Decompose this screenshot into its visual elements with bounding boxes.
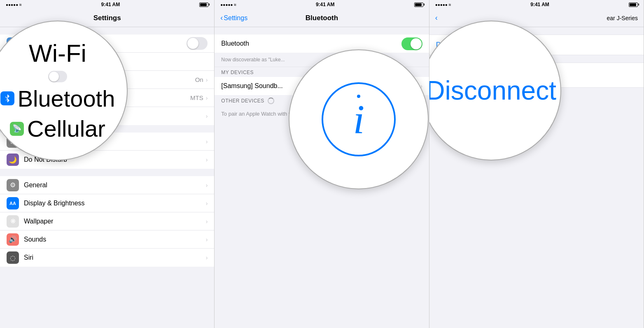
disconnect-big-text: Disconnect — [429, 76, 556, 105]
back-chevron-icon: ‹ — [220, 14, 223, 22]
disconnect-magnified: Disconnect — [429, 69, 561, 112]
bt-toggle-label: Bluetooth — [221, 40, 401, 47]
dnd-icon: 🌙 — [7, 154, 19, 166]
bt-toggle[interactable] — [401, 37, 422, 50]
info-dot — [357, 95, 360, 98]
back-button-2[interactable]: ‹ Settings — [220, 14, 247, 22]
bluetooth-value: On — [195, 76, 203, 83]
wallpaper-label: Wallpaper — [24, 218, 206, 225]
magnifier-2 — [289, 49, 429, 189]
wifi-toggle[interactable] — [187, 37, 208, 50]
info-circle — [322, 82, 396, 156]
sounds-chevron: › — [206, 236, 208, 243]
wallpaper-icon: ❋ — [7, 215, 19, 228]
status-bar-3: ●●●●● ≈ 9:41 AM — [429, 0, 644, 9]
status-bar-1: ●●●●● ≈ 9:41 AM — [0, 0, 214, 9]
sounds-icon: 🔊 — [7, 233, 19, 246]
display-chevron: › — [206, 200, 208, 207]
general-cell[interactable]: ⚙ General › — [0, 176, 214, 194]
cc-chevron: › — [206, 138, 208, 145]
general-label: General — [24, 181, 206, 189]
back-button-3[interactable]: ‹ — [435, 14, 438, 22]
siri-label: Siri — [24, 254, 206, 261]
general-chevron: › — [206, 182, 208, 188]
time-display-3: 9:41 AM — [530, 2, 549, 7]
display-icon: AA — [7, 197, 19, 209]
bt-toggle-group: Bluetooth — [215, 35, 429, 53]
dnd-chevron: › — [206, 156, 208, 163]
settings-group: ⚙ General › AA Display & Brightness › ❋ … — [0, 176, 214, 267]
back-label-2: Settings — [224, 14, 247, 22]
bt-discoverable-text: Now discoverable as "Luke... — [221, 57, 285, 63]
wallpaper-cell[interactable]: ❋ Wallpaper › — [0, 212, 214, 230]
nav-title-1: Settings — [93, 14, 121, 22]
nav-bar-3: ‹ ear J-Series — [429, 9, 644, 27]
other-devices-label: OTHER DEVICES — [221, 98, 264, 104]
sounds-cell[interactable]: 🔊 Sounds › — [0, 230, 214, 249]
siri-cell[interactable]: ◌ Siri › — [0, 249, 214, 267]
signal-icon-3: ●●●●● ≈ — [435, 2, 451, 7]
sounds-label: Sounds — [24, 236, 206, 243]
status-bar-2: ●●●●● ≈ 9:41 AM — [215, 0, 429, 9]
bt-toggle-cell[interactable]: Bluetooth — [215, 35, 429, 53]
bluetooth-panel: ●●●●● ≈ 9:41 AM ‹ Settings Bluetooth Blu… — [215, 0, 429, 328]
cellular-chevron: › — [206, 95, 208, 101]
gap-3 — [0, 169, 214, 176]
hotspot-chevron: › — [206, 113, 208, 119]
signal-icon-2: ●●●●● ≈ — [220, 2, 236, 7]
device-name-partial: ear J-Series — [607, 15, 638, 21]
display-cell[interactable]: AA Display & Brightness › — [0, 194, 214, 212]
wallpaper-chevron: › — [206, 218, 208, 225]
nav-bar-1: Settings — [0, 9, 214, 27]
time-display-1: 9:41 AM — [101, 2, 120, 7]
bt-spinner — [268, 98, 274, 104]
nav-title-2: Bluetooth — [306, 14, 338, 22]
nav-bar-2: ‹ Settings Bluetooth — [215, 9, 429, 27]
time-display-2: 9:41 AM — [316, 2, 335, 7]
cellular-value: MTS — [190, 94, 203, 101]
battery-indicator-2 — [414, 2, 423, 7]
siri-icon: ◌ — [7, 251, 19, 264]
settings-panel: ●●●●● ≈ 9:41 AM Settings — [0, 0, 215, 328]
siri-chevron: › — [206, 254, 208, 261]
bluetooth-chevron: › — [206, 77, 208, 83]
general-icon: ⚙ — [7, 179, 19, 191]
battery-indicator-3 — [629, 2, 638, 7]
display-label: Display & Brightness — [24, 200, 206, 207]
mag1-wifi: Wi-Fi — [0, 39, 115, 68]
battery-indicator-1 — [199, 2, 208, 7]
signal-icon: ●●●●● ≈ — [6, 2, 21, 7]
nav-right-3: ear J-Series — [607, 15, 638, 21]
device-detail-panel: ●●●●● ≈ 9:41 AM ‹ ear J-Series Disconnec… — [429, 0, 644, 328]
